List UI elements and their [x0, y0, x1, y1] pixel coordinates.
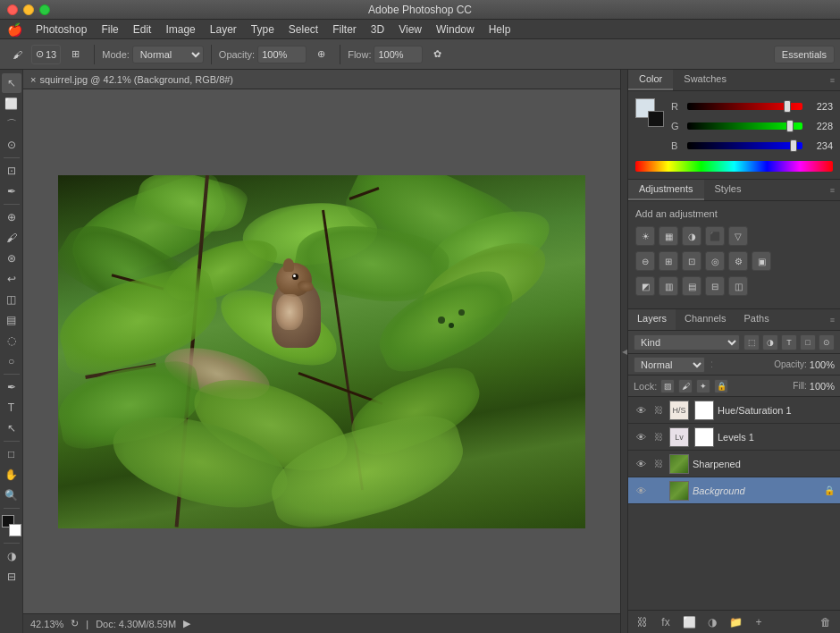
new-layer-btn[interactable]: +	[750, 614, 768, 630]
opacity-toggle-button[interactable]: ⊕	[309, 44, 332, 65]
layer-link-levels[interactable]: ⛓	[651, 430, 666, 444]
history-brush-tool[interactable]: ↩	[2, 269, 21, 289]
filter-smart-btn[interactable]: ⊙	[819, 334, 835, 350]
color-panel-menu[interactable]: ≡	[830, 76, 835, 85]
blend-mode-select[interactable]: Normal	[634, 357, 705, 373]
menu-3d[interactable]: 3D	[365, 21, 391, 38]
flow-input[interactable]	[374, 46, 423, 63]
background-color[interactable]	[9, 524, 21, 536]
selective-color-btn[interactable]: ◫	[728, 276, 748, 296]
exposure-btn[interactable]: ⬛	[705, 226, 725, 246]
gradient-map-btn[interactable]: ⊟	[705, 276, 725, 296]
layer-visibility-hue-saturation[interactable]: 👁	[634, 403, 648, 418]
menu-filter[interactable]: Filter	[326, 21, 363, 38]
color-spectrum-bar[interactable]	[635, 161, 833, 172]
layers-panel-menu[interactable]: ≡	[830, 316, 835, 325]
essentials-button[interactable]: Essentials	[774, 46, 835, 63]
menu-type[interactable]: Type	[245, 21, 281, 38]
canvas-image[interactable]	[58, 175, 585, 528]
menu-select[interactable]: Select	[282, 21, 324, 38]
tab-styles[interactable]: Styles	[704, 180, 752, 200]
menu-view[interactable]: View	[392, 21, 428, 38]
layer-row-hue-saturation[interactable]: 👁 ⛓ H/S Hue/Saturation 1	[628, 397, 840, 424]
layer-link-hue-saturation[interactable]: ⛓	[651, 403, 666, 418]
layer-kind-select[interactable]: Kind	[634, 334, 740, 350]
move-tool[interactable]: ↖	[2, 73, 21, 93]
quick-select-tool[interactable]: ⊙	[2, 135, 21, 155]
clone-stamp-tool[interactable]: ⊛	[2, 249, 21, 268]
posterize-btn[interactable]: ▥	[659, 276, 678, 296]
color-background-box[interactable]	[648, 111, 664, 127]
new-adjustment-btn[interactable]: ◑	[703, 614, 721, 630]
document-tab[interactable]: × squirrel.jpg @ 42.1% (Background, RGB/…	[23, 70, 620, 89]
menu-help[interactable]: Help	[483, 21, 517, 38]
color-lookup-btn[interactable]: ▣	[752, 251, 771, 271]
filter-type-btn[interactable]: T	[781, 334, 797, 350]
dodge-tool[interactable]: ○	[2, 351, 21, 371]
maximize-button[interactable]	[39, 4, 50, 15]
tab-paths[interactable]: Paths	[735, 309, 778, 330]
gradient-tool[interactable]: ▤	[2, 310, 21, 330]
layer-row-levels[interactable]: 👁 ⛓ Lv Levels 1	[628, 424, 840, 451]
vibrance-btn[interactable]: ▽	[728, 226, 748, 246]
tab-layers[interactable]: Layers	[628, 309, 676, 330]
tab-channels[interactable]: Channels	[676, 309, 735, 330]
type-tool[interactable]: T	[2, 398, 21, 418]
menu-edit[interactable]: Edit	[127, 21, 158, 38]
brush-size-box[interactable]: ⊙ 13	[31, 45, 61, 64]
filter-adjust-btn[interactable]: ◑	[762, 334, 778, 350]
shape-tool[interactable]: □	[2, 444, 21, 464]
eraser-tool[interactable]: ◫	[2, 290, 21, 309]
link-layers-btn[interactable]: ⛓	[634, 614, 651, 630]
g-slider[interactable]	[687, 122, 802, 130]
lasso-tool[interactable]: ⌒	[2, 114, 21, 134]
adjustments-panel-menu[interactable]: ≡	[830, 186, 835, 195]
brush-tool[interactable]: 🖌	[2, 228, 21, 248]
delete-layer-btn[interactable]: 🗑	[817, 614, 835, 630]
menu-file[interactable]: File	[95, 21, 124, 38]
opacity-input[interactable]	[257, 46, 307, 63]
tab-color[interactable]: Color	[628, 70, 673, 90]
menu-layer[interactable]: Layer	[204, 21, 243, 38]
lock-all-btn[interactable]: 🔒	[714, 379, 728, 393]
minimize-button[interactable]	[23, 4, 34, 15]
new-group-btn[interactable]: 📁	[727, 614, 744, 630]
layer-visibility-levels[interactable]: 👁	[634, 430, 648, 444]
menu-image[interactable]: Image	[159, 21, 201, 38]
tab-swatches[interactable]: Swatches	[673, 70, 737, 90]
layer-visibility-sharpened[interactable]: 👁	[634, 457, 648, 471]
lock-transparency-btn[interactable]: ▨	[660, 379, 675, 393]
panel-collapse-strip[interactable]: ◀	[620, 70, 627, 633]
healing-brush-tool[interactable]: ⊕	[2, 207, 21, 227]
curves-btn[interactable]: ◑	[682, 226, 701, 246]
lock-position-btn[interactable]: ✦	[696, 379, 710, 393]
layer-row-sharpened[interactable]: 👁 ⛓ Sharpened	[628, 451, 840, 477]
canvas-wrapper[interactable]	[23, 89, 620, 613]
apple-menu[interactable]: 🍎	[7, 22, 22, 37]
filter-pixel-btn[interactable]: ⬚	[743, 334, 760, 350]
b-slider[interactable]	[687, 142, 802, 149]
invert-btn[interactable]: ◩	[635, 276, 655, 296]
blur-tool[interactable]: ◌	[2, 331, 21, 350]
menu-photoshop[interactable]: Photoshop	[29, 21, 93, 38]
pen-tool[interactable]: ✒	[2, 377, 21, 397]
close-button[interactable]	[7, 4, 18, 15]
r-slider[interactable]	[687, 103, 802, 110]
brush-preset-button[interactable]: ⊞	[63, 44, 87, 65]
color-balance-btn[interactable]: ⊞	[659, 251, 678, 271]
menu-window[interactable]: Window	[430, 21, 481, 38]
lock-image-btn[interactable]: 🖌	[678, 379, 693, 393]
eyedropper-tool[interactable]: ✒	[2, 181, 21, 201]
levels-btn[interactable]: ▦	[659, 226, 678, 246]
path-select-tool[interactable]: ↖	[2, 418, 21, 438]
layer-visibility-background[interactable]: 👁	[634, 484, 648, 498]
channel-mixer-btn[interactable]: ⚙	[728, 251, 748, 271]
brightness-contrast-btn[interactable]: ☀	[635, 226, 655, 246]
bw-btn[interactable]: ⊡	[682, 251, 701, 271]
add-mask-btn[interactable]: ⬜	[680, 614, 698, 630]
hand-tool[interactable]: ✋	[2, 465, 21, 485]
airbrush-button[interactable]: ✿	[425, 44, 449, 65]
layer-link-sharpened[interactable]: ⛓	[651, 457, 666, 471]
brush-tool-button[interactable]: 🖌	[5, 44, 29, 65]
mode-dropdown[interactable]: Normal	[132, 46, 204, 63]
